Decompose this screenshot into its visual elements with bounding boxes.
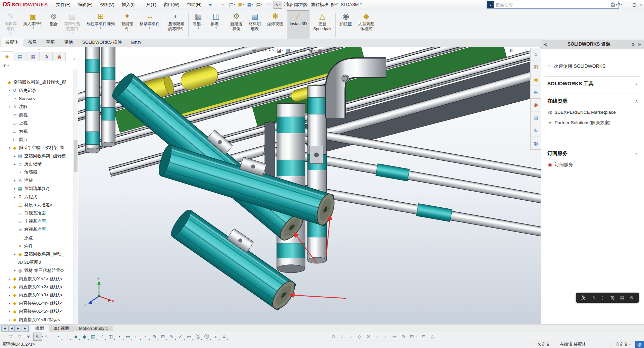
previous-view-icon[interactable]: ↶▾ [268, 47, 275, 53]
tree-item[interactable]: ▸ ↺ 历史记录 [0, 86, 74, 94]
tree-item[interactable]: ▸ A 注解 [0, 177, 74, 185]
assembly-features-button[interactable]: ▦ 装配... ▾ [190, 10, 207, 39]
ribbon-tab[interactable]: 评估 [59, 38, 78, 47]
take-snapshot-button[interactable]: ◉ 拍快照 ▾ [337, 10, 354, 39]
ime-moon-icon[interactable]: ☽ [591, 295, 595, 300]
help-icon[interactable]: ? [618, 2, 620, 7]
show-panes-icon[interactable]: ◧ [509, 48, 513, 52]
partner-solutions-link[interactable]: ✦ Partner Solutions(解决方案) [548, 120, 638, 126]
tree-item[interactable]: ▱ 上视基准面 [0, 217, 74, 226]
ribbon-tab[interactable]: 装配体 [1, 38, 23, 47]
filter-note-a-icon[interactable]: Ⓐ [203, 333, 211, 340]
apply-scene-icon[interactable]: ▣▾ [317, 47, 324, 53]
filter-midpoint-icon[interactable]: ∕ [142, 333, 150, 340]
expand-arrow-icon[interactable]: ▾ [7, 146, 12, 149]
filter-dimension-icon[interactable]: ▭ [185, 333, 193, 340]
ribbon-tab[interactable]: MBD [127, 39, 146, 47]
exploded-view-button[interactable]: ✱ 爆炸视图 ▾ [264, 10, 286, 39]
3d-model-view[interactable]: 3KG 3KG [78, 47, 541, 325]
home-icon[interactable]: ⌂ [219, 1, 227, 8]
filter-solid-icon[interactable]: ▧ [89, 333, 97, 340]
status-editing[interactable]: 在编辑 装配体 [555, 341, 591, 348]
tree-item[interactable]: ▱ 前视基准面 [0, 209, 74, 217]
snap-triangle-icon[interactable]: △ [429, 333, 437, 340]
status-custom-dropdown[interactable]: 自定义 [610, 341, 635, 348]
filter-toggle-icon[interactable]: ▼ [24, 333, 33, 340]
tree-item[interactable]: ▾ ◆ (固定) 空箱回收料架_旋 [0, 144, 74, 152]
snap-circle-icon[interactable]: ○ [347, 333, 355, 340]
ime-lang-en[interactable]: 英 [581, 295, 586, 301]
save-icon[interactable]: ▦ [246, 1, 254, 8]
design-library-icon[interactable]: ▥ [530, 60, 541, 73]
expand-arrow-icon[interactable]: ▸ [7, 293, 12, 297]
snap-quadrant-icon[interactable]: ⊕ [399, 333, 407, 340]
view-settings-icon[interactable]: ⊞▾ [326, 47, 332, 53]
help-dropdown-icon[interactable]: ▾ [621, 3, 623, 6]
filter-note-n-icon[interactable]: Ⓝ [194, 333, 202, 340]
tree-item[interactable]: ◆ 空箱回收料架_旋转模块_配 [0, 78, 74, 86]
tree-item[interactable]: ▸ A 注解 [0, 103, 74, 111]
filter-plane-icon[interactable]: ◫ [107, 333, 115, 340]
tree-item[interactable]: ▸ ◆ 内直接头01<3> (默认< [0, 291, 74, 299]
status-definition[interactable]: 欠定义 [533, 341, 555, 348]
menu-item[interactable]: 帮助(H) [183, 0, 205, 9]
tree-item[interactable]: ▸ ◆ 内直接头01<2> (默认< [0, 283, 74, 291]
reference-geometry-button[interactable]: ◫ 参考... ▾ [208, 10, 225, 39]
filter-datum-icon[interactable]: ⊞ [159, 333, 167, 340]
chevron-up-icon[interactable]: ∧ [635, 151, 638, 156]
dimxpert-tab[interactable]: ⊕ [40, 52, 53, 61]
custom-properties-icon[interactable]: ▤ [530, 111, 541, 124]
edit-component-button[interactable]: ✎ 编辑零 部件 ▾ [2, 10, 19, 39]
snap-polygon-icon[interactable]: ◇ [356, 333, 364, 340]
bill-of-materials-button[interactable]: ▤ 材料明 细表 ▾ [246, 10, 263, 39]
tree-item[interactable]: ∟ 原点 [0, 136, 74, 144]
expand-arrow-icon[interactable]: ▸ [7, 318, 12, 321]
pane-pin-icon[interactable]: ➤ [638, 42, 641, 47]
filter-spline-icon[interactable]: ≈ [211, 333, 219, 340]
tree-item[interactable]: ▸ ▦ 切割清单(17) [0, 185, 74, 193]
tree-item[interactable]: ▱ 右视 [0, 127, 74, 135]
restore-icon[interactable]: ▢ [633, 2, 636, 7]
filter-hatch-icon[interactable]: ≡ [220, 333, 228, 340]
chevron-down-icon[interactable]: ∨ [635, 82, 638, 86]
hide-show-items-icon[interactable]: ∞▾ [301, 48, 307, 53]
menu-item[interactable]: 窗口(W) [160, 0, 183, 9]
tree-item[interactable]: ▱ 右视基准面 [0, 226, 74, 234]
filter-check-icon[interactable]: ✓ [177, 333, 185, 340]
filter-vertices-icon[interactable]: • [54, 333, 62, 340]
snap-rect-icon[interactable]: ▭ [391, 333, 399, 340]
zoom-area-icon[interactable]: ⊡▾ [260, 47, 266, 53]
tree-scrollbar[interactable] [73, 69, 78, 325]
print-icon[interactable]: ▤ [255, 1, 263, 8]
snap-line-icon[interactable]: ∕ [338, 333, 346, 340]
zoom-fit-icon[interactable]: ⊕▾ [252, 47, 258, 53]
view-orientation-icon[interactable]: ▧▾ [286, 47, 292, 53]
new-motion-study-button[interactable]: ⚙ 新建运 算例 ▾ [228, 10, 245, 39]
configurationmanager-tab[interactable]: ▦ [27, 52, 40, 61]
tree-item[interactable]: ◔ 传感器 [0, 168, 74, 176]
ribbon-tab[interactable]: 布局 [23, 38, 41, 47]
menu-item[interactable]: 插入(I) [118, 0, 138, 9]
filter-annotation-icon[interactable]: ✎ [168, 333, 176, 340]
snap-grid-icon[interactable]: ⊞ [408, 333, 416, 340]
search-input[interactable] [494, 2, 610, 7]
menu-item[interactable]: 视图(V) [96, 0, 118, 9]
section-solidworks-tools[interactable]: SOLIDWORKS 工具 ∨ [547, 81, 638, 87]
snap-angle-left-icon[interactable]: ‹ [373, 333, 381, 340]
document-tab[interactable]: 3D 视图 [49, 326, 74, 332]
welcome-link[interactable]: ⌂ 欢迎使用 SOLIDWORKS [547, 63, 638, 69]
linear-component-pattern-button[interactable]: ⊞ 线性零部件阵列 ▾ [84, 10, 117, 39]
show-hidden-components-button[interactable]: ◐ 显示隐藏 的零部件 ▾ [165, 10, 187, 39]
filter-axis-icon[interactable]: ∕ [98, 333, 106, 340]
forum-refresh-icon[interactable]: ↻ [530, 124, 541, 137]
expand-arrow-icon[interactable]: ▸ [13, 162, 17, 166]
file-explorer-icon[interactable]: ▣ [530, 73, 541, 86]
filter-faces-icon[interactable]: ▽ [16, 333, 24, 340]
snap-intersect-icon[interactable]: ✕ [364, 333, 373, 340]
filter-corner-icon[interactable]: ∟ [133, 333, 141, 340]
3dexperience-icon[interactable]: ◍ [530, 137, 541, 150]
menu-item[interactable]: 编辑(E) [74, 0, 96, 9]
expand-arrow-icon[interactable]: ▸ [7, 285, 12, 289]
tree-filter[interactable]: ▼ ▾ [0, 61, 78, 70]
expand-arrow-icon[interactable]: ▸ [13, 154, 17, 158]
